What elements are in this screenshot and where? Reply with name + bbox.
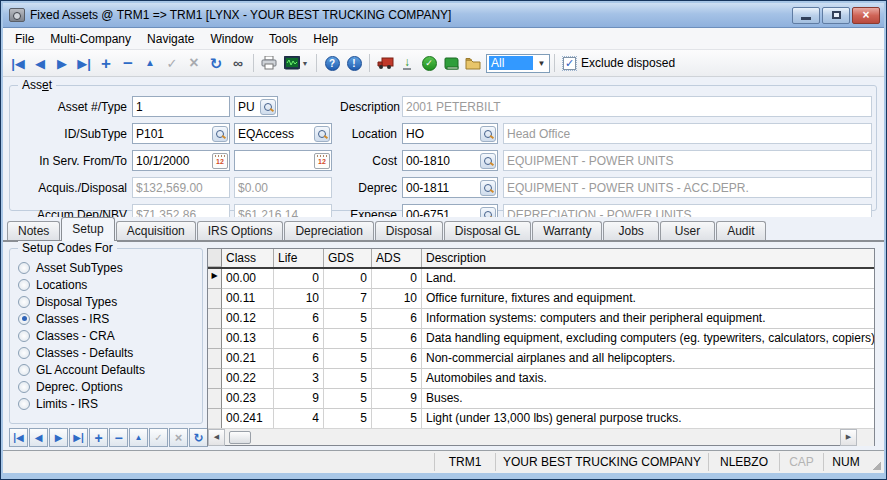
post-button[interactable]: ✓	[418, 52, 440, 74]
codes-refresh-button[interactable]: ↻	[189, 428, 208, 447]
resize-grip[interactable]	[868, 451, 884, 473]
row-selector[interactable]	[208, 289, 222, 309]
about-button[interactable]: !	[343, 52, 365, 74]
close-button[interactable]: ×	[852, 7, 880, 24]
codes-cancel-button[interactable]: ×	[169, 428, 188, 447]
codes-previous-button[interactable]: ◀	[29, 428, 48, 447]
scroll-left-button[interactable]: ◀	[208, 429, 225, 446]
asset-number-input[interactable]	[133, 98, 229, 115]
import-button[interactable]: ↓	[396, 52, 418, 74]
table-row[interactable]: 00.13 6 5 6 Data handling equipment, exc…	[208, 329, 874, 349]
grid-horizontal-scrollbar[interactable]: ◀ ▶	[208, 428, 874, 445]
table-row[interactable]: 00.12 6 5 6 Information systems: compute…	[208, 309, 874, 329]
calendar-icon[interactable]: 12	[314, 153, 330, 169]
menu-window[interactable]: Window	[202, 29, 261, 49]
table-row[interactable]: 00.22 3 5 5 Automobiles and taxis.	[208, 369, 874, 389]
radio-disposal-types[interactable]: Disposal Types	[18, 293, 198, 310]
tab-audit[interactable]: Audit	[716, 221, 765, 241]
radio-deprec-options[interactable]: Deprec. Options	[18, 378, 198, 395]
previous-record-button[interactable]: ◀	[29, 52, 51, 74]
location-lookup-icon[interactable]	[480, 126, 496, 142]
cost-account-input[interactable]	[403, 152, 480, 169]
col-header-class[interactable]: Class	[222, 249, 274, 267]
horizontal-scroll-thumb[interactable]	[229, 431, 251, 444]
radio-classes-defaults[interactable]: Classes - Defaults	[18, 344, 198, 361]
preview-screen-button[interactable]: ▼	[280, 52, 312, 74]
ledger-button[interactable]	[440, 52, 462, 74]
row-selector[interactable]	[208, 369, 222, 389]
menu-help[interactable]: Help	[305, 29, 346, 49]
browse-folder-button[interactable]	[462, 52, 484, 74]
minimize-button[interactable]	[792, 7, 820, 24]
subtype-input[interactable]	[235, 125, 314, 142]
row-selector[interactable]	[208, 409, 222, 428]
cancel-button[interactable]: ×	[183, 52, 205, 74]
table-row[interactable]: 00.11 10 7 10 Office furniture, fixtures…	[208, 289, 874, 309]
save-button[interactable]: ✓	[161, 52, 183, 74]
in-service-from-input[interactable]	[133, 152, 212, 169]
asset-type-input[interactable]	[235, 98, 260, 115]
row-selector[interactable]	[208, 309, 222, 329]
next-record-button[interactable]: ▶	[51, 52, 73, 74]
tab-warranty[interactable]: Warranty	[532, 221, 602, 241]
delete-record-button[interactable]: −	[117, 52, 139, 74]
deprec-lookup-icon[interactable]	[480, 180, 496, 196]
col-header-ads[interactable]: ADS	[372, 249, 422, 267]
find-button[interactable]: ∞	[227, 52, 249, 74]
tab-acquisition[interactable]: Acquisition	[116, 221, 196, 241]
tab-setup[interactable]: Setup	[61, 217, 114, 241]
menu-tools[interactable]: Tools	[261, 29, 305, 49]
scroll-right-button[interactable]: ▶	[840, 429, 857, 446]
row-selector[interactable]	[208, 329, 222, 349]
codes-add-button[interactable]: +	[89, 428, 108, 447]
refresh-button[interactable]: ↻	[205, 52, 227, 74]
codes-delete-button[interactable]: −	[109, 428, 128, 447]
menu-navigate[interactable]: Navigate	[139, 29, 202, 49]
col-header-gds[interactable]: GDS	[324, 249, 372, 267]
table-row[interactable]: 00.241 4 5 5 Light (under 13,000 lbs) ge…	[208, 409, 874, 428]
last-record-button[interactable]: ▶|	[73, 52, 95, 74]
deprec-account-input[interactable]	[403, 179, 480, 196]
row-selector[interactable]	[208, 349, 222, 369]
table-row[interactable]: 00.21 6 5 6 Non-commercial airplanes and…	[208, 349, 874, 369]
menu-multi-company[interactable]: Multi-Company	[42, 29, 139, 49]
help-button[interactable]: ?	[321, 52, 343, 74]
filter-dropdown[interactable]: All ▼	[486, 54, 550, 73]
add-record-button[interactable]: +	[95, 52, 117, 74]
radio-classes-irs[interactable]: Classes - IRS	[18, 310, 198, 327]
codes-edit-button[interactable]: ▲	[129, 428, 148, 447]
tab-disposal[interactable]: Disposal	[375, 221, 443, 241]
assets-truck-button[interactable]	[374, 52, 396, 74]
tab-irs-options[interactable]: IRS Options	[197, 221, 284, 241]
col-header-life[interactable]: Life	[274, 249, 324, 267]
exclude-disposed-checkbox[interactable]: ✓	[563, 57, 576, 70]
tab-notes[interactable]: Notes	[7, 221, 60, 241]
location-input[interactable]	[403, 125, 480, 142]
table-row[interactable]: ▶ 00.00 0 0 0 Land.	[208, 269, 874, 289]
calendar-icon[interactable]: 12	[212, 153, 228, 169]
col-header-description[interactable]: Description	[422, 249, 874, 267]
title-bar[interactable]: Fixed Assets @ TRM1 => TRM1 [LYNX - YOUR…	[3, 3, 884, 28]
codes-save-button[interactable]: ✓	[149, 428, 168, 447]
tab-user[interactable]: User	[660, 221, 715, 241]
menu-file[interactable]: File	[7, 29, 42, 49]
tab-disposal-gl[interactable]: Disposal GL	[444, 221, 531, 241]
asset-type-lookup-icon[interactable]	[260, 99, 276, 115]
codes-last-button[interactable]: ▶|	[69, 428, 88, 447]
radio-locations[interactable]: Locations	[18, 276, 198, 293]
radio-limits-irs[interactable]: Limits - IRS	[18, 395, 198, 412]
subtype-lookup-icon[interactable]	[314, 126, 330, 142]
radio-asset-subtypes[interactable]: Asset SubTypes	[18, 259, 198, 276]
cost-lookup-icon[interactable]	[480, 153, 496, 169]
radio-gl-account-defaults[interactable]: GL Account Defaults	[18, 361, 198, 378]
maximize-button[interactable]	[822, 7, 850, 24]
codes-next-button[interactable]: ▶	[49, 428, 68, 447]
table-row[interactable]: 00.23 9 5 9 Buses.	[208, 389, 874, 409]
codes-first-button[interactable]: |◀	[9, 428, 28, 447]
tab-depreciation[interactable]: Depreciation	[284, 221, 373, 241]
asset-id-input[interactable]	[133, 125, 212, 142]
edit-record-button[interactable]: ▲	[139, 52, 161, 74]
asset-id-lookup-icon[interactable]	[212, 126, 228, 142]
in-service-to-input[interactable]	[235, 152, 314, 169]
first-record-button[interactable]: |◀	[7, 52, 29, 74]
